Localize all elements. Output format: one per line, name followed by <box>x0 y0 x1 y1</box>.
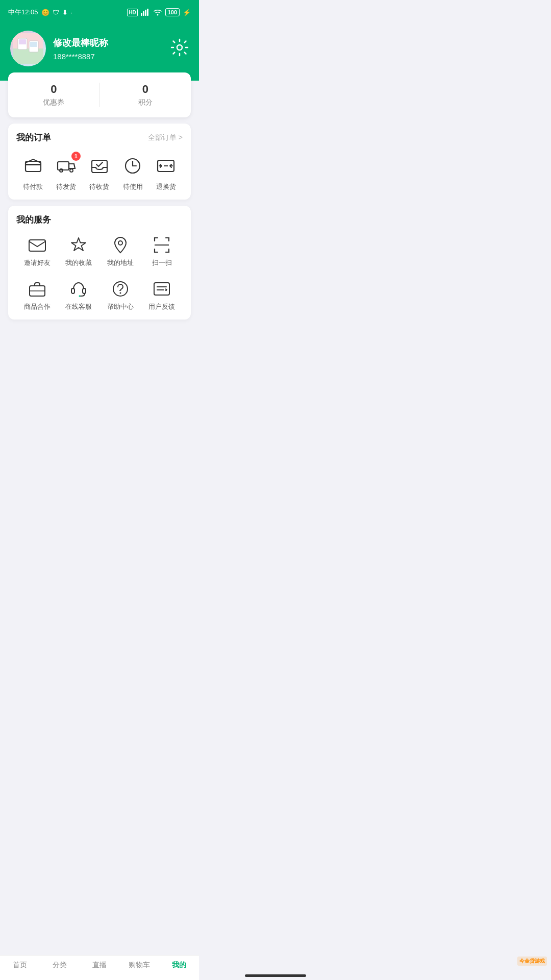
inbox-check-icon <box>90 156 109 176</box>
order-pending-payment[interactable]: 待付款 <box>21 154 45 191</box>
svg-rect-3 <box>147 9 148 16</box>
signal-icon <box>141 9 150 16</box>
svg-point-10 <box>177 45 182 50</box>
wifi-icon <box>153 9 162 16</box>
pending-shipment-label: 待发货 <box>56 182 76 191</box>
coupons-stat[interactable]: 0 优惠券 <box>8 83 99 107</box>
service-product-coop[interactable]: 商品合作 <box>16 280 58 311</box>
user-name[interactable]: 修改最棒昵称 <box>53 37 108 49</box>
svg-point-15 <box>70 169 73 172</box>
pending-payment-icon-wrap <box>21 154 45 178</box>
svg-point-27 <box>79 296 81 297</box>
svg-rect-25 <box>71 288 74 293</box>
points-value: 0 <box>142 83 148 96</box>
svg-rect-30 <box>154 283 169 295</box>
svg-rect-26 <box>83 288 86 293</box>
services-grid: 邀请好友 我的收藏 我的地址 扫一扫 <box>16 236 183 311</box>
header-left: 修改最棒昵称 188****8887 <box>10 31 108 66</box>
coupons-value: 0 <box>51 83 57 96</box>
service-online-service[interactable]: 在线客服 <box>58 280 100 311</box>
scan-icon <box>153 236 171 254</box>
address-label: 我的地址 <box>107 258 134 267</box>
header: 修改最棒昵称 188****8887 <box>0 22 199 81</box>
svg-rect-20 <box>29 240 45 251</box>
status-right: HD 100 ⚡ <box>127 8 191 16</box>
points-label: 积分 <box>138 98 153 107</box>
order-pending-shipment[interactable]: 1 待发货 <box>54 154 79 191</box>
service-address[interactable]: 我的地址 <box>99 236 141 267</box>
feedback-icon <box>153 280 171 298</box>
shipment-badge: 1 <box>71 152 81 161</box>
settings-button[interactable] <box>170 38 189 59</box>
status-time: 中午12:05 <box>8 8 38 17</box>
location-icon <box>111 236 130 254</box>
svg-rect-5 <box>13 48 43 64</box>
clock-icon <box>123 156 142 176</box>
svg-rect-13 <box>58 162 69 170</box>
services-title: 我的服务 <box>16 214 51 226</box>
battery-label: 100 <box>165 8 180 16</box>
dot-icon: · <box>71 9 73 16</box>
service-scan[interactable]: 扫一扫 <box>141 236 183 267</box>
headset-icon <box>69 280 88 298</box>
shield-icon: 🛡 <box>53 9 59 16</box>
exchange-icon <box>156 156 176 176</box>
help-label: 帮助中心 <box>107 302 134 311</box>
my-services-card: 我的服务 邀请好友 我的收藏 我的地址 <box>8 206 191 320</box>
order-pending-use[interactable]: 待使用 <box>120 154 145 191</box>
svg-rect-12 <box>26 164 41 165</box>
service-feedback[interactable]: 用户反馈 <box>141 280 183 311</box>
hd-label: HD <box>127 9 137 16</box>
status-left: 中午12:05 😊 🛡 ⬇ · <box>8 8 72 17</box>
invite-icon <box>28 236 46 254</box>
svg-rect-2 <box>145 10 146 16</box>
invite-friends-label: 邀请好友 <box>24 258 51 267</box>
service-favorites[interactable]: 我的收藏 <box>58 236 100 267</box>
svg-rect-7 <box>19 39 26 44</box>
user-phone: 188****8887 <box>53 52 108 61</box>
svg-rect-9 <box>30 42 37 47</box>
online-service-label: 在线客服 <box>65 302 92 311</box>
emoji-icon: 😊 <box>41 9 49 16</box>
charging-icon: ⚡ <box>183 9 191 16</box>
my-orders-card: 我的订单 全部订单 > 待付款 1 <box>8 124 191 200</box>
wallet-icon <box>23 156 43 176</box>
order-return-exchange[interactable]: 退换货 <box>154 154 178 191</box>
order-pending-receipt[interactable]: 待收货 <box>87 154 112 191</box>
briefcase-icon <box>28 280 46 298</box>
pending-receipt-icon-wrap <box>87 154 112 178</box>
return-exchange-label: 退换货 <box>156 182 176 191</box>
feedback-label: 用户反馈 <box>148 302 175 311</box>
scan-label: 扫一扫 <box>152 258 172 267</box>
avatar-image <box>10 31 46 66</box>
download-icon: ⬇ <box>62 9 68 16</box>
all-orders-link[interactable]: 全部订单 > <box>148 133 183 142</box>
orders-title: 我的订单 <box>16 132 51 143</box>
pending-use-icon-wrap <box>120 154 145 178</box>
svg-point-29 <box>119 292 121 294</box>
svg-rect-11 <box>26 161 41 172</box>
product-coop-label: 商品合作 <box>24 302 51 311</box>
status-bar: 中午12:05 😊 🛡 ⬇ · HD 100 ⚡ <box>0 0 199 22</box>
avatar[interactable] <box>10 31 46 66</box>
svg-rect-1 <box>143 11 144 16</box>
svg-rect-16 <box>92 160 107 173</box>
svg-point-21 <box>118 241 122 245</box>
orders-header: 我的订单 全部订单 > <box>16 132 183 143</box>
points-stat[interactable]: 0 积分 <box>99 83 191 107</box>
stats-card: 0 优惠券 0 积分 <box>8 72 191 117</box>
pending-receipt-label: 待收货 <box>89 182 109 191</box>
return-exchange-icon-wrap <box>154 154 178 178</box>
services-header: 我的服务 <box>16 214 183 226</box>
pending-use-label: 待使用 <box>123 182 143 191</box>
orders-grid: 待付款 1 待发货 <box>16 154 183 191</box>
service-invite-friends[interactable]: 邀请好友 <box>16 236 58 267</box>
star-icon <box>69 236 88 254</box>
pending-payment-label: 待付款 <box>23 182 43 191</box>
service-help[interactable]: 帮助中心 <box>99 280 141 311</box>
pending-shipment-icon-wrap: 1 <box>54 154 79 178</box>
svg-rect-0 <box>141 13 142 16</box>
user-info: 修改最棒昵称 188****8887 <box>53 37 108 61</box>
help-icon <box>111 280 130 298</box>
favorites-label: 我的收藏 <box>65 258 92 267</box>
